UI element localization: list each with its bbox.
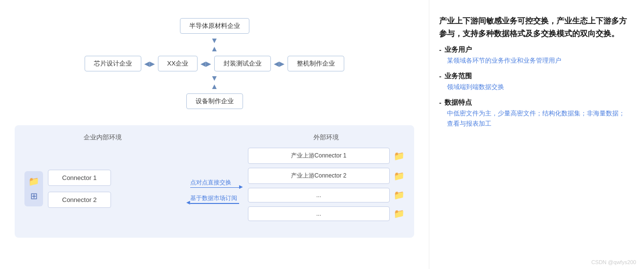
arrow-h-2: ◀▶ bbox=[200, 60, 211, 67]
arrow-up-equip: ▲ bbox=[211, 83, 219, 90]
connectors-list: Connector 1 Connector 2 bbox=[48, 170, 111, 208]
arrow-h-3: ◀▶ bbox=[274, 60, 285, 67]
arrow-up-semi: ▲ bbox=[211, 45, 219, 53]
outer-connector-row-2: 产业上游Connector 2 📁 bbox=[248, 168, 405, 184]
folder-icon-1: 📁 bbox=[394, 151, 404, 161]
inner-env: 企业内部环境 📁 ⊞ Connector 1 Connector 2 bbox=[24, 133, 181, 230]
outer-connectors: 产业上游Connector 1 📁 产业上游Connector 2 📁 ... … bbox=[248, 148, 405, 221]
section-desc-1: 某领域各环节的业务作业和业务管理用户 bbox=[439, 56, 629, 66]
arrow-h-1: ◀▶ bbox=[144, 60, 155, 67]
exchange-direct: 点对点直接交换 bbox=[190, 179, 239, 188]
section-business-user: - 业务用户 某领域各环节的业务作业和业务管理用户 bbox=[439, 45, 629, 66]
exchange-market: 基于数据市场订阅 bbox=[190, 195, 239, 204]
arrow-right-direct bbox=[190, 187, 239, 188]
folder-icon-3: 📁 bbox=[394, 190, 404, 201]
dash-3: - bbox=[439, 99, 442, 107]
inner-env-label: 企业内部环境 bbox=[24, 133, 181, 142]
equipment-node: 设备制作企业 bbox=[186, 93, 243, 109]
outer-connector-2: 产业上游Connector 2 bbox=[248, 168, 390, 184]
folder-icon-2: 📁 bbox=[394, 171, 404, 181]
right-panel: 产业上下游间敏感业务可控交换，产业生态上下游多方参与，支持多种数据格式及多交换模… bbox=[429, 0, 644, 269]
arrow-down-equip: ▼ bbox=[211, 74, 219, 82]
outer-connector-row-3: ... 📁 bbox=[248, 188, 405, 202]
section-title-1: 业务用户 bbox=[444, 45, 472, 54]
outer-connector-row-4: ... 📁 bbox=[248, 206, 405, 221]
semiconductor-node: 半导体原材料企业 bbox=[180, 18, 249, 34]
outer-connector-4: ... bbox=[248, 206, 390, 221]
arrow-left-market bbox=[190, 203, 239, 204]
dash-2: - bbox=[439, 72, 442, 80]
bottom-diagram: 企业内部环境 📁 ⊞ Connector 1 Connector 2 点对点直接… bbox=[15, 125, 414, 238]
table-sidebar-icon: ⊞ bbox=[30, 191, 38, 202]
packaging-node: 封装测试企业 bbox=[214, 56, 271, 71]
main-title: 产业上下游间敏感业务可控交换，产业生态上下游多方参与，支持多种数据格式及多交换模… bbox=[439, 15, 629, 40]
left-panel: 半导体原材料企业 ▼ ▲ 芯片设计企业 ◀▶ XX企业 ◀▶ bbox=[0, 0, 429, 269]
outer-env: 外部环境 产业上游Connector 1 📁 产业上游Connector 2 📁… bbox=[248, 133, 405, 230]
watermark: CSDN @qwfys200 bbox=[591, 259, 636, 265]
dash-1: - bbox=[439, 46, 442, 54]
xx-company-node: XX企业 bbox=[158, 56, 198, 71]
exchange-group: 点对点直接交换 基于数据市场订阅 bbox=[181, 133, 248, 230]
outer-connector-3: ... bbox=[248, 188, 390, 202]
outer-env-label: 外部环境 bbox=[248, 133, 405, 142]
section-data-features: - 数据特点 中低密文件为主，少量高密文件；结构化数据集；非海量数据；查看与报表… bbox=[439, 98, 629, 129]
sidebar-icons: 📁 ⊞ bbox=[24, 171, 43, 206]
folder-sidebar-icon: 📁 bbox=[28, 176, 39, 187]
section-desc-2: 领域端到端数据交换 bbox=[439, 82, 629, 92]
direct-label: 点对点直接交换 bbox=[190, 179, 231, 186]
outer-connector-row-1: 产业上游Connector 1 📁 bbox=[248, 148, 405, 164]
connector2-box: Connector 2 bbox=[48, 192, 111, 208]
section-title-3: 数据特点 bbox=[444, 98, 472, 107]
section-desc-3: 中低密文件为主，少量高密文件；结构化数据集；非海量数据；查看与报表加工 bbox=[439, 109, 629, 129]
section-business-scope: - 业务范围 领域端到端数据交换 bbox=[439, 72, 629, 92]
connector1-box: Connector 1 bbox=[48, 170, 111, 186]
whole-machine-node: 整机制作企业 bbox=[288, 56, 344, 71]
section-title-2: 业务范围 bbox=[444, 72, 472, 81]
market-label: 基于数据市场订阅 bbox=[190, 195, 237, 202]
outer-connector-1: 产业上游Connector 1 bbox=[248, 148, 390, 164]
folder-icon-4: 📁 bbox=[394, 208, 404, 219]
arrow-down-semi: ▼ bbox=[211, 37, 219, 45]
chip-design-node: 芯片设计企业 bbox=[85, 56, 141, 71]
top-diagram: 半导体原材料企业 ▼ ▲ 芯片设计企业 ◀▶ XX企业 ◀▶ bbox=[15, 10, 414, 117]
